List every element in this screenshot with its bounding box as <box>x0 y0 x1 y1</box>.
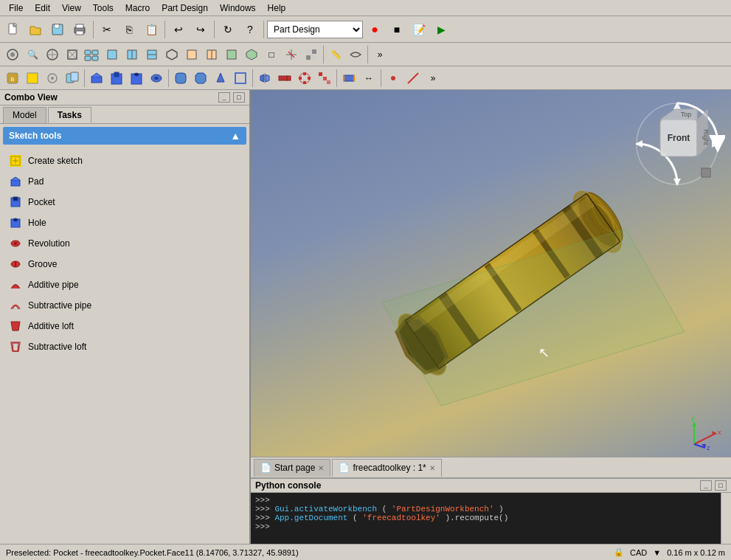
hole2-btn[interactable] <box>127 69 146 88</box>
chamfer-btn[interactable] <box>191 69 210 88</box>
view-home-btn[interactable] <box>3 45 22 64</box>
stop-macro-btn[interactable]: ■ <box>387 19 407 40</box>
menu-help[interactable]: Help <box>262 1 292 15</box>
body-btn[interactable]: B <box>3 69 22 88</box>
cad-dropdown-icon[interactable]: ▼ <box>653 548 661 557</box>
thickness-btn[interactable] <box>339 69 358 88</box>
undo-btn[interactable]: ↩ <box>168 19 189 40</box>
python-output[interactable]: >>> >>> Gui.activateWorkbench ( 'PartDes… <box>251 493 721 544</box>
mirrored-btn[interactable] <box>255 69 274 88</box>
clone-btn[interactable] <box>63 69 82 88</box>
maximize-btn[interactable]: □ <box>233 92 245 103</box>
minimize-btn[interactable]: _ <box>218 92 230 103</box>
tool-create-sketch[interactable]: Create sketch <box>3 151 246 171</box>
macro-editor-btn[interactable]: 📝 <box>409 19 429 40</box>
print-btn[interactable] <box>69 19 90 40</box>
new-btn[interactable] <box>3 19 24 40</box>
clip-btn[interactable] <box>282 45 301 64</box>
menu-view[interactable]: View <box>56 1 87 15</box>
menu-file[interactable]: File <box>3 1 29 15</box>
section-btn[interactable] <box>346 45 365 64</box>
start-page-close-btn[interactable]: ✕ <box>318 464 324 472</box>
refresh-btn[interactable]: ↻ <box>218 19 238 40</box>
open-btn[interactable] <box>25 19 46 40</box>
multitransform-btn[interactable] <box>315 69 334 88</box>
view-axo-btn[interactable] <box>242 45 261 64</box>
measure-btn[interactable]: 📏 <box>326 45 345 64</box>
menu-partdesign[interactable]: Part Design <box>156 1 214 15</box>
pocket-btn[interactable] <box>107 69 126 88</box>
workbench-selector[interactable]: Part Design <box>267 21 363 38</box>
tool-subtractive-pipe[interactable]: Subtractive pipe <box>3 295 246 316</box>
view-back-btn[interactable] <box>182 45 201 64</box>
freecad-tab-icon: 📄 <box>339 463 350 473</box>
revolution-btn[interactable] <box>147 69 166 88</box>
tool-pad[interactable]: Pad <box>3 171 246 192</box>
svg-rect-37 <box>114 72 119 77</box>
paste-btn[interactable]: 📋 <box>141 19 162 40</box>
polar-pattern-btn[interactable] <box>295 69 314 88</box>
point-btn[interactable] <box>384 69 403 88</box>
shell-btn[interactable] <box>231 69 250 88</box>
console-minimize-btn[interactable]: _ <box>700 480 712 491</box>
svg-rect-69 <box>13 197 18 201</box>
freecad-tab-close-btn[interactable]: ✕ <box>429 464 435 472</box>
view-left-btn[interactable] <box>222 45 241 64</box>
tab-model[interactable]: Model <box>3 107 46 123</box>
svg-point-32 <box>51 77 54 80</box>
view-right-btn[interactable] <box>142 45 162 64</box>
save-btn[interactable] <box>47 19 68 40</box>
tab-start-page[interactable]: 📄 Start page ✕ <box>254 459 330 477</box>
more-btn[interactable]: » <box>370 45 389 64</box>
view-front-btn[interactable] <box>103 45 122 64</box>
view-top-btn[interactable] <box>122 45 142 64</box>
tool-subtractive-loft[interactable]: Subtractive loft <box>3 336 246 357</box>
linear-pattern-btn[interactable] <box>275 69 294 88</box>
prompt-2: >>> <box>255 505 274 514</box>
help-btn[interactable]: ? <box>240 19 260 40</box>
viewport[interactable]: Front Top Right <box>251 90 731 477</box>
app-container: File Edit View Tools Macro Part Design W… <box>0 0 731 560</box>
view-all-btn[interactable] <box>83 45 102 64</box>
copy-btn[interactable]: ⎘ <box>119 19 139 40</box>
svg-rect-50 <box>287 76 291 80</box>
tool-pocket[interactable]: Pocket <box>3 192 246 212</box>
pad-btn[interactable] <box>87 69 106 88</box>
tool-groove[interactable]: Groove <box>3 254 246 274</box>
bbox-btn[interactable]: □ <box>262 45 281 64</box>
console-maximize-btn[interactable]: □ <box>715 480 727 491</box>
sketch-tools-title: Sketch tools <box>9 131 61 141</box>
cut-btn[interactable]: ✂ <box>97 19 117 40</box>
redo-btn[interactable]: ↪ <box>190 19 211 40</box>
tab-tasks[interactable]: Tasks <box>48 107 91 123</box>
move-btn[interactable]: ↔ <box>359 69 378 88</box>
tab-freecadtoolkey[interactable]: 📄 freecadtoolkey : 1* ✕ <box>332 459 441 477</box>
tool-additive-loft[interactable]: Additive loft <box>3 316 246 336</box>
tool-hole[interactable]: Hole <box>3 212 246 233</box>
statusbar-right: 🔒 CAD ▼ 0.16 m x 0.12 m <box>614 547 725 557</box>
menu-edit[interactable]: Edit <box>29 1 56 15</box>
zoom-in-btn[interactable]: 🔍 <box>23 45 42 64</box>
run-macro-btn[interactable]: ▶ <box>431 19 451 40</box>
more2-btn[interactable]: » <box>423 69 443 88</box>
menu-windows[interactable]: Windows <box>214 1 262 15</box>
view-3d-btn[interactable] <box>162 45 181 64</box>
tool-additive-pipe[interactable]: Additive pipe <box>3 274 246 295</box>
textures-btn[interactable] <box>302 45 321 64</box>
menu-macro[interactable]: Macro <box>119 1 156 15</box>
menu-tools[interactable]: Tools <box>87 1 119 15</box>
tool-revolution[interactable]: Revolution <box>3 233 246 254</box>
draw-style-btn[interactable] <box>63 45 82 64</box>
collapse-btn[interactable]: ▲ <box>230 130 240 142</box>
svg-rect-54 <box>299 77 302 80</box>
additive-pipe-icon <box>9 278 22 291</box>
fillet-btn[interactable] <box>171 69 190 88</box>
attach-btn[interactable] <box>43 69 62 88</box>
record-macro-btn[interactable]: ● <box>364 19 385 40</box>
view-bottom-btn[interactable] <box>202 45 221 64</box>
draft-btn[interactable] <box>211 69 230 88</box>
console-scrollbar[interactable] <box>721 493 731 544</box>
view-normal-btn[interactable] <box>43 45 62 64</box>
sketch-btn[interactable] <box>23 69 42 88</box>
line-measure-btn[interactable] <box>403 69 423 88</box>
